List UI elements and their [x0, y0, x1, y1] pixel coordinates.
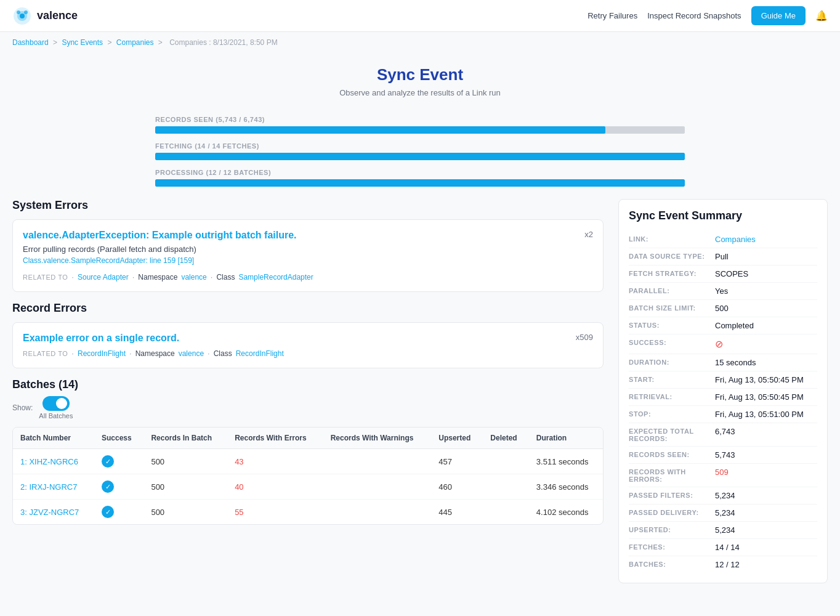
record-error-count: x509	[576, 333, 593, 342]
notification-icon[interactable]: 🔔	[815, 10, 828, 22]
summary-val-upserted: 5,234	[715, 525, 735, 535]
batch-2-link[interactable]: 2: IRXJ-NGRC7	[20, 482, 77, 492]
col-duration: Duration	[529, 428, 603, 449]
summary-val-parallel: Yes	[715, 286, 728, 296]
summary-val-stop: Fri, Aug 13, 05:51:00 PM	[715, 410, 804, 419]
summary-key-success: SUCCESS:	[629, 338, 715, 346]
batch-2-success: ✓	[94, 474, 143, 500]
breadcrumb-dashboard[interactable]: Dashboard	[12, 38, 49, 47]
guide-me-button[interactable]: Guide Me	[751, 6, 806, 25]
batch-2-number: 2: IRXJ-NGRC7	[13, 474, 94, 500]
batch-3-errors: 55	[227, 500, 323, 525]
breadcrumb-sep-1: >	[53, 38, 59, 47]
summary-row-etr: EXPECTED TOTAL RECORDS: 6,743	[629, 423, 817, 447]
summary-key-rwe: RECORDS WITH ERRORS:	[629, 468, 715, 483]
batches-table-container: Batch Number Success Records In Batch Re…	[12, 427, 604, 525]
inspect-snapshots-link[interactable]: Inspect Record Snapshots	[647, 11, 741, 20]
batch-3-records: 500	[143, 500, 227, 525]
toggle-label: All Batches	[39, 412, 73, 419]
related-namespace-valence[interactable]: valence	[181, 273, 206, 282]
summary-row-upserted: UPSERTED: 5,234	[629, 522, 817, 539]
record-error-title: Example error on a single record.	[23, 333, 593, 344]
summary-val-link[interactable]: Companies	[715, 235, 756, 244]
progress-fetching: FETCHING (14 / 14 FETCHES)	[155, 142, 685, 160]
progress-records-seen-fill	[155, 126, 605, 134]
summary-key-dst: DATA SOURCE TYPE:	[629, 252, 715, 260]
related-ns-valence[interactable]: valence	[179, 349, 204, 358]
batch-3-link[interactable]: 3: JZVZ-NGRC7	[20, 508, 79, 517]
summary-key-pf: PASSED FILTERS:	[629, 491, 715, 499]
related-class-sample[interactable]: SampleRecordAdapter	[238, 273, 313, 282]
summary-row-rwe: RECORDS WITH ERRORS: 509	[629, 464, 817, 487]
page-title-section: Sync Event Observe and analyze the resul…	[12, 53, 828, 103]
progress-fetching-label: FETCHING (14 / 14 FETCHES)	[155, 142, 685, 150]
rdot-2: ·	[129, 349, 132, 358]
related-cls-record[interactable]: RecordInFlight	[236, 349, 284, 358]
col-upserted: Upserted	[431, 428, 483, 449]
summary-row-duration: DURATION: 15 seconds	[629, 354, 817, 371]
breadcrumb-sep-2: >	[107, 38, 113, 47]
summary-key-retrieval: RETRIEVAL:	[629, 392, 715, 400]
batches-toggle-row: Show: All Batches	[12, 396, 604, 419]
summary-key-batches: BATCHES:	[629, 560, 715, 568]
summary-val-dst: Pull	[715, 252, 729, 261]
record-error-card: x509 Example error on a single record. R…	[12, 322, 604, 368]
svg-point-3	[17, 10, 20, 14]
summary-key-seen: RECORDS SEEN:	[629, 450, 715, 458]
system-error-count: x2	[584, 230, 593, 239]
summary-key-start: START:	[629, 375, 715, 383]
summary-val-pf: 5,234	[715, 491, 735, 500]
progress-fetching-fill	[155, 153, 685, 160]
logo-icon	[12, 6, 32, 26]
summary-row-seen: RECORDS SEEN: 5,743	[629, 447, 817, 464]
batch-1-success: ✓	[94, 449, 143, 474]
check-icon-2: ✓	[102, 480, 114, 493]
summary-row-pf: PASSED FILTERS: 5,234	[629, 487, 817, 505]
batch-1-link[interactable]: 1: XIHZ-NGRC6	[20, 457, 78, 466]
summary-key-upserted: UPSERTED:	[629, 525, 715, 533]
dot-3: ·	[211, 272, 213, 282]
batch-1-number: 1: XIHZ-NGRC6	[13, 449, 94, 474]
summary-key-etr: EXPECTED TOTAL RECORDS:	[629, 427, 715, 442]
summary-val-batches: 12 / 12	[715, 560, 740, 569]
batch-1-upserted: 457	[431, 449, 483, 474]
app-header: valence Retry Failures Inspect Record Sn…	[0, 0, 840, 32]
col-records-with-warnings: Records With Warnings	[323, 428, 432, 449]
summary-val-bsl: 500	[715, 304, 729, 313]
summary-val-status: Completed	[715, 321, 754, 330]
progress-processing-fill	[155, 179, 685, 187]
batch-2-upserted: 460	[431, 474, 483, 500]
page-subtitle: Observe and analyze the results of a Lin…	[12, 88, 828, 97]
record-error-related: RELATED TO · RecordInFlight · Namespace …	[23, 349, 593, 358]
progress-processing-bg	[155, 179, 685, 187]
toggle-track	[42, 396, 70, 411]
retry-failures-link[interactable]: Retry Failures	[588, 11, 637, 20]
breadcrumb-sync-events[interactable]: Sync Events	[62, 38, 103, 47]
related-source-adapter[interactable]: Source Adapter	[78, 273, 129, 282]
batches-table: Batch Number Success Records In Batch Re…	[13, 428, 603, 524]
summary-val-retrieval: Fri, Aug 13, 05:50:45 PM	[715, 392, 804, 402]
related-record-inflight[interactable]: RecordInFlight	[78, 349, 126, 358]
all-batches-toggle[interactable]: All Batches	[39, 396, 73, 419]
system-errors-title: System Errors	[12, 199, 604, 212]
main-content: Sync Event Observe and analyze the resul…	[0, 53, 840, 596]
summary-val-etr: 6,743	[715, 427, 735, 436]
summary-val-rwe: 509	[715, 468, 729, 477]
breadcrumb-companies[interactable]: Companies	[116, 38, 154, 47]
batch-1-duration: 3.511 seconds	[529, 449, 603, 474]
batches-title: Batches (14)	[12, 378, 78, 391]
left-column: System Errors x2 valence.AdapterExceptio…	[12, 199, 604, 583]
rdot-1: ·	[71, 349, 74, 358]
show-label: Show:	[12, 403, 33, 412]
table-row: 1: XIHZ-NGRC6 ✓ 500 43 457 3.511 seconds	[13, 449, 603, 474]
summary-row-stop: STOP: Fri, Aug 13, 05:51:00 PM	[629, 406, 817, 423]
summary-row-fs: FETCH STRATEGY: SCOPES	[629, 265, 817, 283]
right-column: Sync Event Summary LINK: Companies DATA …	[618, 199, 828, 583]
summary-row-bsl: BATCH SIZE LIMIT: 500	[629, 300, 817, 317]
svg-point-2	[20, 14, 25, 18]
summary-val-fetches: 14 / 14	[715, 543, 740, 552]
batch-3-upserted: 445	[431, 500, 483, 525]
summary-key-duration: DURATION:	[629, 358, 715, 366]
system-error-related-label: RELATED TO	[23, 274, 68, 281]
summary-key-status: STATUS:	[629, 321, 715, 329]
